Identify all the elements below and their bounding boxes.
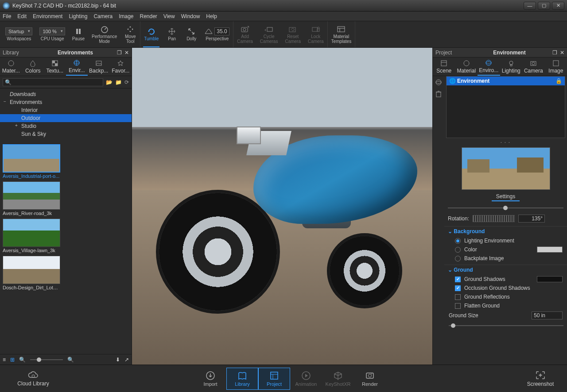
cycle-cameras-button[interactable]: Cycle Cameras: [256, 21, 282, 47]
close-panel-icon[interactable]: ✕: [124, 50, 129, 56]
sphere-icon: [463, 60, 470, 67]
trash-icon[interactable]: [435, 90, 442, 97]
library-button[interactable]: Library: [226, 368, 258, 390]
tab-scene[interactable]: Scene: [433, 58, 455, 76]
folder-open-icon[interactable]: 📂: [106, 79, 113, 85]
screenshot-button[interactable]: Screenshot: [514, 370, 567, 387]
tree-node[interactable]: Outdoor: [0, 114, 132, 122]
tab-materials[interactable]: Mater...: [0, 58, 22, 76]
environment-thumbnail[interactable]: Aversis_Village-lawn_3k: [3, 219, 60, 254]
close-panel-icon[interactable]: ✕: [560, 50, 564, 56]
undock-icon[interactable]: ❐: [117, 50, 122, 56]
performance-mode-button[interactable]: Performance Mode: [88, 21, 120, 47]
render-viewport[interactable]: [132, 48, 432, 365]
tree-node[interactable]: Downloads: [0, 90, 132, 98]
tree-node[interactable]: +Studio: [0, 122, 132, 130]
environment-preview[interactable]: [462, 147, 550, 190]
menu-window[interactable]: Window: [181, 13, 200, 19]
close-button[interactable]: ✕: [552, 2, 564, 10]
ground-size-slider[interactable]: [449, 323, 563, 329]
folder-add-icon[interactable]: 📁: [115, 79, 122, 85]
menu-image[interactable]: Image: [119, 13, 133, 19]
rotation-input[interactable]: 135°: [518, 215, 545, 223]
menu-camera[interactable]: Camera: [93, 13, 113, 19]
drag-handle-icon[interactable]: • • •: [444, 140, 567, 145]
occlusion-shadows-check[interactable]: [455, 285, 461, 291]
bg-color-radio[interactable]: [455, 247, 461, 253]
bg-lighting-radio[interactable]: [455, 238, 461, 244]
perspective-control[interactable]: 35.0 Perspective: [201, 21, 233, 47]
pan-button[interactable]: Pan: [162, 21, 182, 47]
keyshotxr-button[interactable]: KeyShotXR: [322, 368, 354, 390]
add-camera-button[interactable]: + Add Camera: [233, 21, 256, 47]
export-icon[interactable]: ↗: [124, 357, 129, 363]
render-button[interactable]: Render: [354, 368, 386, 390]
cpu-usage-dropdown[interactable]: 100 % CPU Usage: [36, 21, 68, 47]
tree-node[interactable]: Interior: [0, 106, 132, 114]
menu-file[interactable]: File: [3, 13, 11, 19]
tab-textures[interactable]: Textu...: [44, 58, 66, 76]
globe-icon[interactable]: [435, 79, 442, 86]
import-button[interactable]: Import: [194, 368, 226, 390]
menu-lighting[interactable]: Lighting: [69, 13, 87, 19]
move-tool-button[interactable]: Move Tool: [120, 21, 140, 47]
menu-render[interactable]: Render: [140, 13, 157, 19]
menu-help[interactable]: Help: [206, 13, 217, 19]
tree-node[interactable]: Sun & Sky: [0, 130, 132, 138]
settings-tab[interactable]: Settings: [492, 192, 520, 201]
ground-reflections-check[interactable]: [455, 294, 461, 300]
thumb-size-slider[interactable]: [30, 357, 63, 363]
menu-view[interactable]: View: [163, 13, 175, 19]
bg-backplate-radio[interactable]: [455, 256, 461, 261]
maximize-button[interactable]: ▢: [538, 2, 550, 10]
bg-color-swatch[interactable]: [537, 246, 563, 253]
refresh-icon[interactable]: ⟳: [124, 79, 129, 85]
project-button[interactable]: Project: [258, 368, 290, 390]
cloud-library-button[interactable]: Cloud Library: [0, 371, 66, 387]
tab-camera[interactable]: Camera: [522, 58, 545, 76]
tab-environment[interactable]: Enviro...: [478, 58, 500, 76]
environment-thumbnail[interactable]: Aversis_River-road_3k: [3, 181, 60, 217]
workspaces-dropdown[interactable]: Startup Workspaces: [2, 21, 36, 47]
list-view-icon[interactable]: ≡: [3, 357, 6, 363]
zoom-in-icon[interactable]: 🔍: [67, 357, 74, 363]
animation-button[interactable]: Animation: [290, 368, 322, 390]
environment-thumbnail[interactable]: Aversis_Industrial-port-o...: [3, 144, 60, 180]
tumble-button[interactable]: Tumble: [140, 21, 162, 47]
library-search-input[interactable]: 🔍: [3, 78, 103, 86]
pause-button[interactable]: Pause: [69, 21, 88, 47]
environment-thumbnail[interactable]: Dosch-Design_Dirt_Lot_2k: [3, 256, 60, 291]
material-templates-button[interactable]: Material Templates: [328, 21, 355, 47]
svg-rect-31: [553, 61, 559, 66]
environment-list[interactable]: 🌐 Environment 🔒: [446, 76, 565, 138]
tab-environments[interactable]: Envir...: [66, 58, 88, 76]
lock-camera-button[interactable]: Lock Camera: [304, 21, 327, 47]
tab-favorites[interactable]: Favor...: [110, 58, 132, 76]
background-section-header[interactable]: Background: [444, 227, 567, 236]
settings-master-slider[interactable]: [448, 205, 563, 211]
undock-icon[interactable]: ❐: [552, 50, 557, 56]
tab-backplates[interactable]: Backp...: [88, 58, 110, 76]
ground-size-input[interactable]: 50 in: [532, 311, 563, 319]
environment-item[interactable]: 🌐 Environment 🔒: [447, 77, 565, 85]
tab-lighting[interactable]: Lighting: [500, 58, 523, 76]
minimize-button[interactable]: —: [524, 2, 536, 10]
lock-icon[interactable]: 🔒: [555, 78, 562, 84]
menu-environment[interactable]: Environment: [33, 13, 62, 19]
tab-material[interactable]: Material: [455, 58, 478, 76]
flatten-ground-check[interactable]: [455, 303, 461, 309]
tree-node[interactable]: −Environments: [0, 98, 132, 106]
zoom-out-icon[interactable]: 🔍: [19, 357, 26, 363]
menu-edit[interactable]: Edit: [17, 13, 27, 19]
ground-section-header[interactable]: Ground: [444, 265, 567, 275]
tab-colors[interactable]: Colors: [22, 58, 44, 76]
rotation-scrubber[interactable]: [473, 215, 515, 222]
dolly-button[interactable]: Dolly: [182, 21, 201, 47]
reset-camera-button[interactable]: Reset Camera: [281, 21, 304, 47]
ground-shadows-check[interactable]: [455, 277, 461, 282]
perspective-value[interactable]: 35.0: [214, 27, 229, 35]
tab-image[interactable]: Image: [545, 58, 567, 76]
cloud-download-icon[interactable]: ⬇: [116, 357, 120, 363]
grid-view-icon[interactable]: ⊞: [10, 357, 15, 363]
shadow-color-swatch[interactable]: [537, 276, 563, 282]
